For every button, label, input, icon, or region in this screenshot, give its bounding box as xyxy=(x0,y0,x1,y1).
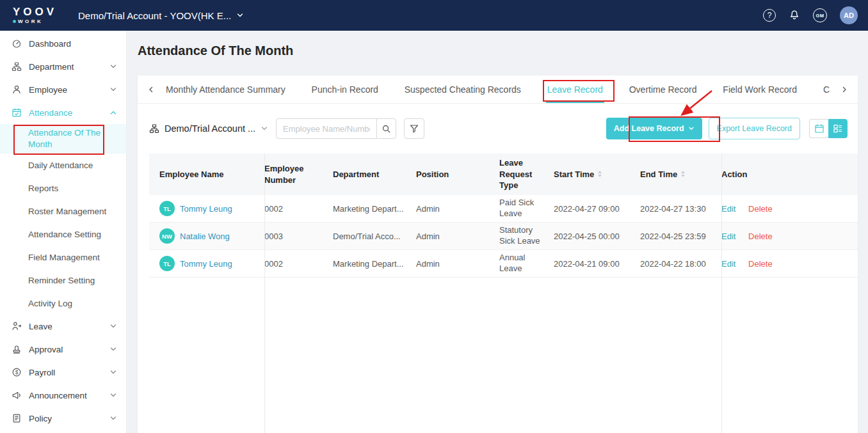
calendar-view-button[interactable] xyxy=(809,119,828,138)
tab-bar: Monthly Attendance Summary Punch-in Reco… xyxy=(138,75,858,104)
yoov-work-logo[interactable]: YOOV WORK xyxy=(13,6,72,24)
sidebar-item-employee[interactable]: Employee xyxy=(0,78,126,101)
gm-badge[interactable]: GM xyxy=(813,8,827,22)
sidebar-item-attendance-setting[interactable]: Attendance Setting xyxy=(0,223,126,246)
avatar-initials: AD xyxy=(844,12,854,19)
tab-monthly-attendance-summary[interactable]: Monthly Attendance Summary xyxy=(159,75,292,103)
tab-overtime-record[interactable]: Overtime Record xyxy=(623,75,703,103)
sidebar-item-label: Reports xyxy=(28,184,58,193)
main-content: Attendance Of The Month Monthly Attendan… xyxy=(127,31,868,433)
page-title: Attendance Of The Month xyxy=(138,43,293,58)
notification-bell-icon[interactable] xyxy=(789,10,800,21)
sort-end-time-icon[interactable] xyxy=(681,171,685,177)
edit-link[interactable]: Edit xyxy=(721,204,735,214)
employee-name-link[interactable]: Natalie Wong xyxy=(180,232,230,241)
sidebar-item-attendance[interactable]: Attendance xyxy=(0,101,126,124)
sidebar-item-activity-log[interactable]: Activity Log xyxy=(0,292,126,315)
leave-record-table: Employee Name Employee Number Department… xyxy=(149,154,858,278)
search-input[interactable] xyxy=(277,124,376,134)
view-toggle xyxy=(809,119,848,138)
add-leave-record-button[interactable]: Add Leave Record xyxy=(606,118,702,139)
filter-button[interactable] xyxy=(404,118,424,139)
sort-start-time-icon[interactable] xyxy=(598,171,602,177)
position-cell: Admin xyxy=(416,204,499,214)
sidebar-item-leave[interactable]: Leave xyxy=(0,315,126,338)
attendance-submenu: Attendance Of The Month Daily Attendance… xyxy=(0,124,126,315)
sidebar-item-label: Employee xyxy=(29,85,67,95)
employee-icon xyxy=(12,84,22,95)
col-end-time-label: End Time xyxy=(640,169,677,180)
search-box xyxy=(276,118,396,139)
org-selector-label: Demo/Trial Account ... xyxy=(165,123,255,134)
end-time-cell: 2022-04-25 23:59 xyxy=(640,232,721,241)
org-selector[interactable]: Demo/Trial Account ... xyxy=(149,123,268,134)
action-cell: Edit Delete xyxy=(721,259,858,269)
sidebar-item-label: Announcement xyxy=(29,391,87,400)
grid-view-button[interactable] xyxy=(828,119,848,138)
attendance-icon xyxy=(12,107,22,118)
sidebar-item-approval[interactable]: Approval xyxy=(0,338,126,361)
avatar: NW xyxy=(159,228,175,244)
sidebar-item-daily-attendance[interactable]: Daily Attendance xyxy=(0,154,126,177)
toolbar: Demo/Trial Account ... Add Leave Record … xyxy=(138,104,858,154)
sidebar-item-label: Roster Management xyxy=(28,207,106,216)
col-start-time: Start Time xyxy=(554,169,640,180)
department-cell: Demo/Trial Acco... xyxy=(333,232,416,241)
tab-suspected-cheating-records[interactable]: Suspected Cheating Records xyxy=(398,75,527,103)
sidebar-item-payroll[interactable]: $ Payroll xyxy=(0,361,126,384)
table-row: TL Tommy Leung 0002 Marketing Depart... … xyxy=(149,250,858,278)
edit-link[interactable]: Edit xyxy=(721,259,735,269)
sidebar-item-reports[interactable]: Reports xyxy=(0,177,126,200)
tab-truncated[interactable]: C xyxy=(817,75,836,103)
tab-leave-record[interactable]: Leave Record xyxy=(541,75,609,103)
search-icon[interactable] xyxy=(376,119,396,138)
sidebar-item-department[interactable]: Department xyxy=(0,55,126,78)
help-icon[interactable]: ? xyxy=(763,9,776,22)
export-leave-record-button[interactable]: Export Leave Record xyxy=(709,118,800,139)
sidebar-item-policy[interactable]: Policy xyxy=(0,407,126,430)
col-action: Action xyxy=(721,169,858,180)
sidebar-item-dashboard[interactable]: Dashboard xyxy=(0,32,126,55)
logo-work-label: WORK xyxy=(18,19,43,24)
chevron-down-icon xyxy=(109,63,117,70)
leave-type-cell: Statutory Sick Leave xyxy=(499,225,554,247)
sidebar-item-roster-management[interactable]: Roster Management xyxy=(0,200,126,223)
avatar: TL xyxy=(159,201,175,216)
tabs-scroll-left-icon[interactable] xyxy=(143,75,159,103)
sidebar-item-label: Payroll xyxy=(29,368,55,377)
gm-badge-label: GM xyxy=(816,13,824,19)
tabs-scroll-right-icon[interactable] xyxy=(836,75,853,103)
employee-name-link[interactable]: Tommy Leung xyxy=(180,204,232,214)
employee-name-link[interactable]: Tommy Leung xyxy=(180,259,232,269)
user-avatar[interactable]: AD xyxy=(840,6,858,24)
edit-link[interactable]: Edit xyxy=(721,232,735,241)
sidebar-item-label: Attendance xyxy=(29,108,72,118)
sidebar-item-reminder-setting[interactable]: Reminder Setting xyxy=(0,269,126,292)
tabs: Monthly Attendance Summary Punch-in Reco… xyxy=(159,75,836,103)
table-row: NW Natalie Wong 0003 Demo/Trial Acco... … xyxy=(149,223,858,250)
delete-link[interactable]: Delete xyxy=(748,232,773,241)
employee-number-cell: 0003 xyxy=(264,232,333,241)
approval-icon xyxy=(12,344,22,354)
sidebar-item-label: Attendance Of The Month xyxy=(28,127,117,150)
employee-cell: NW Natalie Wong xyxy=(149,228,264,244)
col-end-time: End Time xyxy=(640,169,721,180)
tab-field-work-record[interactable]: Field Work Record xyxy=(716,75,803,103)
sidebar-item-attendance-of-the-month[interactable]: Attendance Of The Month xyxy=(0,124,126,154)
sidebar-item-announcement[interactable]: Announcement xyxy=(0,384,126,407)
sidebar-item-label: Attendance Setting xyxy=(28,230,101,239)
logo-text-work: WORK xyxy=(13,19,72,24)
position-cell: Admin xyxy=(416,232,499,241)
employee-cell: TL Tommy Leung xyxy=(149,201,264,216)
sidebar-item-label: Dashboard xyxy=(29,39,71,49)
chevron-up-icon xyxy=(109,109,117,116)
delete-link[interactable]: Delete xyxy=(748,259,773,269)
action-cell: Edit Delete xyxy=(721,232,858,241)
delete-link[interactable]: Delete xyxy=(748,204,773,214)
logo-dot xyxy=(13,20,16,23)
logo-text-yoov: YOOV xyxy=(13,6,72,19)
tab-punch-in-record[interactable]: Punch-in Record xyxy=(305,75,385,103)
account-selector[interactable]: Demo/Trial Account - YOOV(HK E... xyxy=(78,10,244,21)
sidebar-item-field-management[interactable]: Field Management xyxy=(0,246,126,269)
svg-text:$: $ xyxy=(15,369,19,375)
